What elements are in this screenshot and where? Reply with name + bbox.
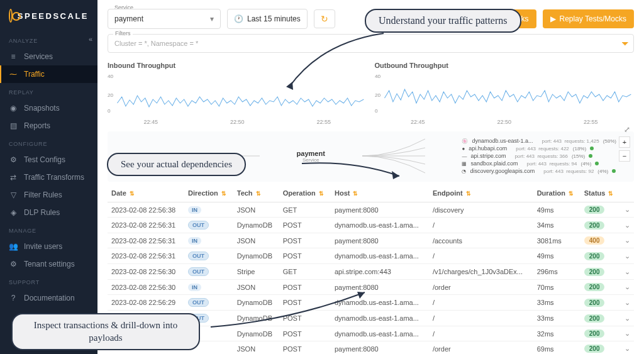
doc-icon: ▤ (9, 121, 18, 130)
list-icon: ≡ (9, 52, 18, 61)
inbound-chart: Inbound Throughput 40 20 0 22:45 22:50 2… (108, 62, 367, 125)
table-row[interactable]: 2023-02-08 22:56:30OUTStripeGETapi.strip… (108, 264, 634, 280)
dep-target[interactable]: 🍥dynamodb.us-east-1.a...port: 443 reques… (462, 138, 624, 144)
table-row[interactable]: 2023-02-08 22:56:29OUTDynamoDBPOSTdynamo… (108, 295, 634, 311)
annotation-deps: See your actual dependencies (107, 153, 246, 176)
logo-text: SPEEDSCALE (18, 11, 89, 21)
table-row[interactable]: 2023-02-08 22:56:31INJSONPOSTpayment:808… (108, 233, 634, 248)
table-row[interactable]: 2023-02-08 22:56:31OUTDynamoDBPOSTdynamo… (108, 218, 634, 233)
sidebar-item-filter-rules[interactable]: ▽Filter Rules (0, 186, 97, 204)
expand-icon[interactable]: ⤢ (624, 125, 630, 134)
table-row[interactable]: 2023-02-08 22:56:31OUTDynamoDBPOSTdynamo… (108, 248, 634, 264)
refresh-button[interactable]: ↻ (314, 9, 335, 28)
dep-target[interactable]: ◔discovery.googleapis.comport: 443 reque… (462, 168, 624, 174)
section-label: MANAGE (0, 221, 97, 238)
sidebar-item-invite-users[interactable]: 👥Invite users (0, 238, 97, 255)
outbound-chart: Outbound Throughput 40 20 0 22:45 22:50 … (375, 62, 635, 125)
logo: SPEEDSCALE (0, 9, 97, 31)
dep-target[interactable]: ●api.hubapi.comport: 443 requests: 422(1… (462, 145, 624, 152)
sidebar-item-services[interactable]: ≡Services (0, 48, 97, 65)
dep-targets: 🍥dynamodb.us-east-1.a...port: 443 reques… (462, 138, 624, 174)
svg-text:20: 20 (375, 92, 381, 98)
sidebar-item-traffic[interactable]: ⁓Traffic (0, 65, 97, 83)
sidebar-item-dlp-rules[interactable]: ◈DLP Rules (0, 204, 97, 221)
col-endpoint[interactable]: Endpoint ⇅ (429, 184, 533, 202)
svg-text:40: 40 (108, 74, 114, 79)
section-label: ANALYZE (0, 31, 97, 48)
annotation-traffic: Understand your traffic patterns (365, 9, 521, 33)
main-content: Service payment 🕐 Last 15 minutes ↻ 💾 Sa… (97, 0, 644, 354)
svg-text:20: 20 (108, 92, 114, 98)
dep-target[interactable]: —api.stripe.comport: 443 requests: 366(1… (462, 153, 624, 159)
dep-center-service: payment Service (297, 150, 325, 163)
col-direction[interactable]: Direction ⇅ (184, 184, 233, 202)
sidebar-item-snapshots[interactable]: ◉Snapshots (0, 99, 97, 117)
clock-icon: 🕐 (234, 14, 243, 23)
zoom-in-button[interactable]: + (619, 136, 630, 148)
section-label: SUPPORT (0, 273, 97, 289)
gear-icon: ⚙ (9, 260, 18, 268)
filter-input[interactable]: Filters Cluster = *, Namespace = * ⏷ (108, 34, 634, 53)
svg-text:40: 40 (375, 74, 381, 79)
replay-tests-button[interactable]: ▶ Replay Tests/Mocks (543, 9, 634, 28)
camera-icon: ◉ (9, 104, 18, 113)
col-duration[interactable]: Duration ⇅ (533, 184, 580, 202)
col-date[interactable]: Date ⇅ (108, 184, 184, 202)
funnel-icon[interactable]: ⏷ (621, 38, 630, 48)
section-label: REPLAY (0, 83, 97, 99)
sidebar-item-reports[interactable]: ▤Reports (0, 117, 97, 135)
col-status[interactable]: Status ⇅ (580, 184, 620, 202)
table-row[interactable]: 2023-02-08 22:56:38INJSONGETpayment:8080… (108, 202, 634, 218)
sidebar: SPEEDSCALE « ANALYZE≡Services⁓TrafficREP… (0, 0, 97, 354)
pulse-icon: ⁓ (9, 70, 18, 79)
logo-icon (9, 9, 13, 23)
svg-text:0: 0 (108, 108, 111, 114)
section-label: CONFIGURE (0, 135, 97, 151)
shield-icon: ◈ (9, 208, 18, 217)
sidebar-item-documentation[interactable]: ?Documentation (0, 289, 97, 307)
zoom-out-button[interactable]: − (619, 150, 630, 162)
time-range-select[interactable]: 🕐 Last 15 minutes (227, 9, 308, 29)
funnel-icon: ▽ (9, 191, 18, 199)
dep-target[interactable]: ▦sandbox.plaid.comport: 443 requests: 94… (462, 160, 624, 167)
transform-icon: ⇄ (9, 173, 18, 182)
service-select[interactable]: Service payment (108, 9, 221, 29)
play-icon: ▶ (550, 14, 556, 23)
svg-text:0: 0 (375, 108, 378, 114)
sidebar-item-traffic-transforms[interactable]: ⇄Traffic Transforms (0, 169, 97, 186)
sliders-icon: ⚙ (9, 155, 18, 164)
col-host[interactable]: Host ⇅ (331, 184, 429, 202)
sidebar-item-tenant-settings[interactable]: ⚙Tenant settings (0, 255, 97, 273)
collapse-icon[interactable]: « (89, 35, 92, 43)
users-icon: 👥 (9, 242, 18, 251)
help-icon: ? (9, 294, 18, 302)
sidebar-item-test-configs[interactable]: ⚙Test Configs (0, 151, 97, 169)
col-tech[interactable]: Tech ⇅ (233, 184, 279, 202)
col-operation[interactable]: Operation ⇅ (279, 184, 331, 202)
table-row[interactable]: 2023-02-08 22:56:30INJSONPOSTpayment:808… (108, 280, 634, 295)
annotation-inspect: Inspect transactions & drill-down into p… (11, 313, 200, 350)
